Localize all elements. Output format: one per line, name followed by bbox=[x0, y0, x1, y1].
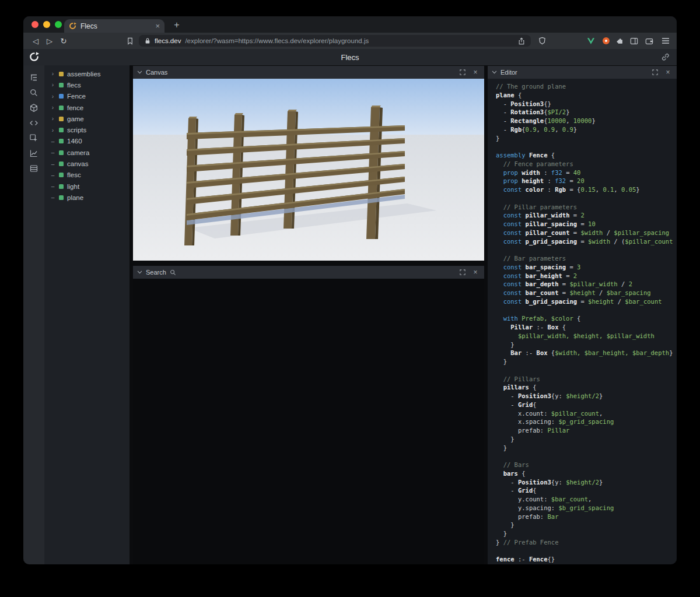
sky bbox=[133, 79, 484, 135]
search-panel-header[interactable]: Search × bbox=[133, 266, 484, 279]
expand-arrow-icon[interactable]: › bbox=[50, 71, 55, 77]
address-bar[interactable]: flecs.dev /explorer/?wasm=https://www.fl… bbox=[139, 35, 531, 47]
bookmark-icon[interactable] bbox=[125, 36, 135, 46]
tree-item-flecs[interactable]: ›flecs bbox=[44, 79, 130, 90]
code-line: } // Prefab Fence bbox=[496, 538, 677, 547]
new-tab-button[interactable]: + bbox=[170, 19, 183, 31]
tab-close-icon[interactable]: × bbox=[155, 22, 160, 30]
entity-color-square bbox=[59, 184, 64, 189]
tree-item-1460[interactable]: –1460 bbox=[44, 136, 130, 147]
tree-leaf-dash: – bbox=[50, 194, 55, 201]
editor-close-icon[interactable]: × bbox=[663, 68, 673, 77]
code-editor[interactable]: // The ground planeplane { - Position3{}… bbox=[488, 79, 677, 564]
tree-item-label: game bbox=[67, 115, 84, 122]
entity-color-square bbox=[59, 150, 64, 155]
code-line: const pillar_count = $width / $pillar_sp… bbox=[496, 229, 677, 237]
close-window-button[interactable] bbox=[32, 21, 38, 28]
tree-item-canvas[interactable]: –canvas bbox=[44, 158, 130, 169]
menu-icon[interactable] bbox=[660, 36, 671, 46]
browser-tab-strip: Flecs × + bbox=[23, 16, 677, 33]
tree-item-label: scripts bbox=[67, 127, 86, 134]
code-line: - Position3{y: $height/2} bbox=[496, 392, 677, 401]
code-line: - Rotation3{$PI/2} bbox=[496, 108, 677, 117]
editor-fullscreen-icon[interactable] bbox=[650, 68, 660, 77]
code-line: x.count: $pillar_count, bbox=[496, 409, 677, 418]
search-icon[interactable] bbox=[26, 85, 41, 100]
tree-leaf-dash: – bbox=[50, 183, 55, 189]
code-icon[interactable] bbox=[26, 115, 41, 131]
expand-arrow-icon[interactable]: › bbox=[50, 104, 55, 111]
window-controls bbox=[32, 21, 62, 28]
brave-shield-icon[interactable] bbox=[537, 36, 547, 46]
code-line: const bar_spacing = 3 bbox=[496, 263, 677, 272]
code-line: prefab: Bar bbox=[496, 512, 677, 521]
search-close-icon[interactable]: × bbox=[471, 268, 480, 277]
code-line: const pillar_spacing = 10 bbox=[496, 220, 677, 229]
code-line: - Position3{} bbox=[496, 100, 677, 108]
vue-extension-icon[interactable] bbox=[586, 36, 596, 46]
entity-color-square bbox=[59, 195, 64, 200]
expand-arrow-icon[interactable]: › bbox=[50, 93, 55, 100]
chevron-down-icon bbox=[492, 71, 497, 74]
code-line: // The ground plane bbox=[496, 82, 677, 91]
browser-toolbar: ◁ ▷ ↻ flecs.dev /explorer/?wasm=https://… bbox=[23, 33, 677, 49]
tree-item-light[interactable]: –light bbox=[44, 181, 130, 192]
search-icon bbox=[170, 269, 176, 276]
expand-arrow-icon[interactable]: › bbox=[50, 127, 55, 134]
search-panel-title: Search bbox=[146, 269, 166, 276]
entity-color-square bbox=[59, 106, 64, 110]
code-line: } bbox=[496, 435, 677, 444]
share-link-icon[interactable] bbox=[661, 52, 670, 64]
tree-item-label: camera bbox=[67, 149, 89, 156]
extension-dot-icon[interactable] bbox=[601, 36, 611, 46]
data-rows-icon[interactable] bbox=[26, 161, 41, 176]
tree-item-game[interactable]: ›game bbox=[44, 113, 130, 124]
extensions-puzzle-icon[interactable] bbox=[615, 36, 625, 46]
code-line: const color : Rgb = {0.15, 0.1, 0.05} bbox=[496, 185, 677, 194]
tree-item-assemblies[interactable]: ›assemblies bbox=[44, 68, 130, 79]
editor-panel-header[interactable]: Editor × bbox=[488, 66, 677, 79]
wallet-icon[interactable] bbox=[644, 36, 654, 46]
expand-arrow-icon[interactable]: › bbox=[50, 82, 55, 88]
tree-item-label: canvas bbox=[67, 160, 88, 167]
code-line: plane { bbox=[496, 91, 677, 100]
minimize-window-button[interactable] bbox=[43, 21, 50, 28]
code-line: $pillar_width, $height, $pillar_width bbox=[496, 332, 677, 340]
tree-leaf-dash: – bbox=[50, 138, 55, 145]
browser-tab[interactable]: Flecs × bbox=[64, 19, 164, 33]
tree-item-camera[interactable]: –camera bbox=[44, 147, 130, 158]
tree-leaf-dash: – bbox=[50, 149, 55, 156]
canvas-3d-viewport[interactable] bbox=[133, 79, 484, 261]
tree-item-plane[interactable]: –plane bbox=[44, 192, 130, 203]
search-fullscreen-icon[interactable] bbox=[458, 268, 467, 277]
code-line: } bbox=[496, 340, 677, 349]
code-line bbox=[496, 547, 677, 556]
entity-tree-icon[interactable] bbox=[26, 70, 41, 85]
code-line: } bbox=[496, 134, 677, 143]
canvas-panel-header[interactable]: Canvas × bbox=[133, 66, 484, 79]
assets-cube-icon[interactable] bbox=[26, 100, 41, 115]
code-line: } bbox=[496, 357, 677, 366]
canvas-close-icon[interactable]: × bbox=[471, 68, 480, 77]
back-button[interactable]: ◁ bbox=[29, 33, 42, 49]
tree-item-scripts[interactable]: ›scripts bbox=[44, 124, 130, 135]
inspector-icon[interactable] bbox=[26, 131, 41, 146]
canvas-fullscreen-icon[interactable] bbox=[458, 68, 467, 77]
side-panel-icon[interactable] bbox=[629, 36, 639, 46]
zoom-window-button[interactable] bbox=[55, 21, 62, 28]
forward-button[interactable]: ▷ bbox=[43, 33, 56, 49]
tree-item-fence[interactable]: ›fence bbox=[44, 102, 130, 113]
code-line: } bbox=[496, 521, 677, 529]
reload-button[interactable]: ↻ bbox=[57, 33, 70, 49]
stats-chart-icon[interactable] bbox=[26, 146, 41, 161]
tree-item-flesc[interactable]: –flesc bbox=[44, 170, 130, 181]
code-line: // Bars bbox=[496, 461, 677, 469]
code-line: - Rectangle{10000, 10000} bbox=[496, 117, 677, 125]
fence-3d-render bbox=[133, 79, 484, 261]
code-line: prop width : f32 = 40 bbox=[496, 168, 677, 177]
tree-item-label: light bbox=[67, 183, 79, 190]
share-icon[interactable] bbox=[518, 37, 525, 45]
tree-item-Fence[interactable]: ›Fence bbox=[44, 91, 130, 102]
expand-arrow-icon[interactable]: › bbox=[50, 115, 55, 122]
code-line: assembly Fence { bbox=[496, 151, 677, 160]
